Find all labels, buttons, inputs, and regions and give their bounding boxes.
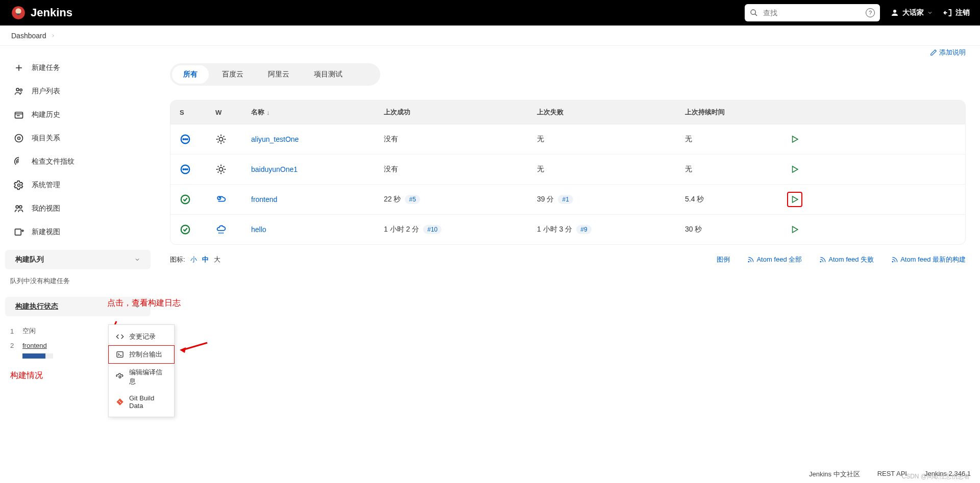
col-last-duration[interactable]: 上次持续时间 [681,108,783,117]
svg-point-12 [15,135,23,142]
svg-point-7 [16,88,19,91]
svg-rect-65 [117,352,123,358]
dropdown-item-changes[interactable]: 变更记录 [109,328,174,345]
build-now-button[interactable] [787,192,802,207]
job-name-link[interactable]: frontend [251,195,277,204]
tab-baidu[interactable]: 百度云 [211,65,255,84]
svg-point-16 [19,206,22,208]
widget-title: 构建执行状态 [15,302,58,311]
sidebar-item-label: 我的视图 [32,204,60,213]
sidebar-item-relation[interactable]: 项目关系 [5,126,151,150]
legend-link[interactable]: 图例 [717,255,730,264]
last-duration-cell: 无 [681,165,783,174]
last-success-cell: 没有 [380,165,533,174]
tab-aliyun[interactable]: 阿里云 [257,65,301,84]
build-now-button[interactable] [787,162,802,177]
col-weather[interactable]: W [211,108,247,117]
svg-point-41 [183,169,184,170]
search-input[interactable] [745,4,880,21]
svg-line-35 [218,136,219,137]
svg-point-44 [219,167,223,171]
atom-feed-all[interactable]: Atom feed 全部 [747,255,802,264]
sidebar-item-people[interactable]: 用户列表 [5,80,151,103]
col-last-success[interactable]: 上次成功 [380,108,533,117]
sidebar-item-label: 用户列表 [32,87,60,96]
history-icon [13,109,24,120]
executor-status-text: 空闲 [22,326,36,336]
dropdown-item-git-data[interactable]: Git Build Data [109,390,174,414]
gear-icon [116,373,124,381]
build-badge[interactable]: #10 [423,225,442,234]
weather-icon [211,194,247,205]
sidebar-item-label: 系统管理 [32,181,60,190]
sidebar-item-newview[interactable]: 新建视图 [5,220,151,244]
col-name[interactable]: 名称 ↓ [247,108,380,117]
svg-point-13 [18,137,20,140]
search-icon [750,9,758,17]
svg-marker-56 [793,196,798,202]
job-name-link[interactable]: hello [251,225,266,234]
pencil-icon [930,49,937,56]
build-queue-body: 队列中没有构建任务 [0,271,156,291]
status-icon [176,224,211,235]
build-badge[interactable]: #9 [576,225,591,234]
brand-logo[interactable]: Jenkins [10,5,72,21]
tab-all[interactable]: 所有 [172,65,209,84]
logout-label: 注销 [955,8,970,17]
atom-feed-latest[interactable]: Atom feed 最新的构建 [891,255,966,264]
build-queue-header[interactable]: 构建队列 [5,250,151,269]
tab-add-button[interactable] [356,66,378,83]
footer-community-link[interactable]: Jenkins 中文社区 [809,470,860,479]
svg-line-50 [224,172,225,173]
add-description-link[interactable]: 添加说明 [930,48,966,57]
dropdown-item-console[interactable]: 控制台输出 [108,345,175,364]
col-status[interactable]: S [176,108,211,117]
chevron-right-icon [51,33,56,38]
svg-marker-53 [793,166,798,172]
plus-icon [13,62,24,73]
help-icon[interactable]: ? [866,8,875,17]
chevron-down-icon [134,257,140,263]
main-panel: 添加说明 所有 百度云 阿里云 项目测试 S W 名称 ↓ 上次成功 上次失败 … [156,46,980,483]
build-badge[interactable]: #5 [405,195,420,204]
svg-line-51 [218,172,219,173]
col-last-fail[interactable]: 上次失败 [533,108,681,117]
icon-size-large[interactable]: 大 [214,255,220,264]
icon-size-selector: 图标: 小 中 大 [170,255,220,264]
sidebar-item-history[interactable]: 构建历史 [5,103,151,126]
svg-line-49 [218,166,219,167]
icon-size-medium[interactable]: 中 [202,255,209,264]
sidebar-item-manage[interactable]: 系统管理 [5,173,151,197]
search-box: ? [745,4,880,21]
icon-size-small[interactable]: 小 [190,255,197,264]
dropdown-item-edit-info[interactable]: 编辑编译信息 [109,364,174,390]
executor-number: 1 [10,327,17,335]
jenkins-icon [10,5,27,21]
weather-icon [211,134,247,145]
svg-line-52 [224,166,225,167]
sidebar-item-myviews[interactable]: 我的视图 [5,197,151,220]
icon-size-label: 图标: [170,255,185,264]
svg-rect-17 [15,229,21,235]
executor-job-link[interactable]: frontend [22,342,47,349]
build-now-button[interactable] [787,222,802,237]
svg-marker-71 [180,347,186,353]
build-queue-widget: 构建队列 队列中没有构建任务 [0,250,156,291]
last-success-cell: 没有 [380,135,533,144]
logout-button[interactable]: 注销 [943,8,970,17]
sidebar-item-fingerprint[interactable]: 检查文件指纹 [5,150,151,173]
svg-point-63 [820,261,821,262]
build-progress-bar[interactable] [22,353,53,359]
table-row: aliyun_testOne没有无无 [170,124,965,154]
tab-project-test[interactable]: 项目测试 [303,65,354,84]
user-menu[interactable]: 大话家 [890,8,933,17]
footer-api-link[interactable]: REST API [877,470,907,479]
build-now-button[interactable] [787,132,802,147]
sidebar-item-new[interactable]: 新建任务 [5,56,151,80]
job-name-link[interactable]: aliyun_testOne [251,135,299,143]
atom-feed-fail[interactable]: Atom feed 失败 [819,255,874,264]
breadcrumb-item[interactable]: Dashboard [8,30,50,42]
build-badge[interactable]: #1 [558,195,573,204]
svg-marker-61 [793,226,798,233]
job-name-link[interactable]: baiduyunOne1 [251,165,298,173]
